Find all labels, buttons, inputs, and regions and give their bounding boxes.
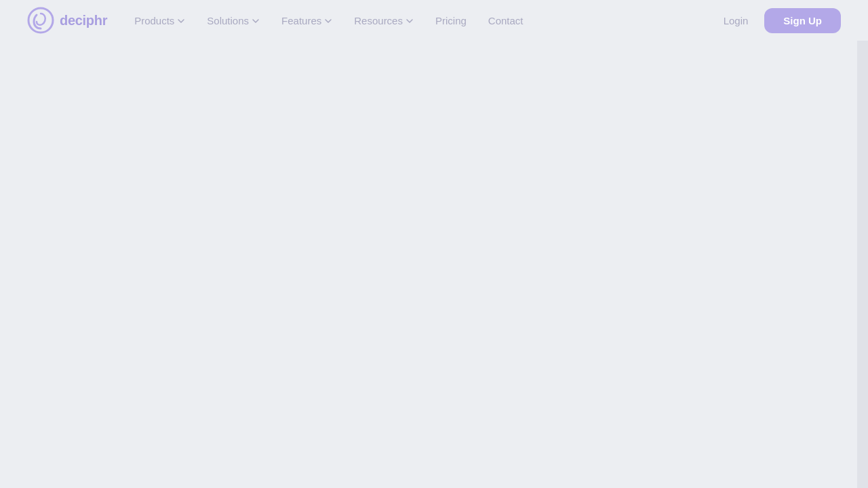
main-content [0,41,868,488]
scrollbar-track [857,0,868,488]
nav-label-features: Features [281,15,321,26]
nav-item-contact[interactable]: Contact [488,15,524,26]
deciphr-logo-icon [27,7,54,34]
chevron-down-icon [252,17,260,25]
chevron-down-icon [406,17,414,25]
navbar-right: Login Sign Up [724,8,841,33]
login-link[interactable]: Login [724,15,749,26]
nav-label-pricing: Pricing [435,15,467,26]
chevron-down-icon [324,17,332,25]
navbar-left: deciphr Products Solutions Features [27,7,524,34]
logo[interactable]: deciphr [27,7,107,34]
nav-links: Products Solutions Features [134,15,523,26]
logo-text: deciphr [60,13,107,28]
nav-label-contact: Contact [488,15,524,26]
navbar: deciphr Products Solutions Features [0,0,868,41]
nav-item-solutions[interactable]: Solutions [207,15,260,26]
nav-item-features[interactable]: Features [281,15,332,26]
nav-item-resources[interactable]: Resources [354,15,414,26]
nav-label-resources: Resources [354,15,403,26]
signup-button[interactable]: Sign Up [764,8,841,33]
nav-item-pricing[interactable]: Pricing [435,15,467,26]
nav-label-solutions: Solutions [207,15,249,26]
nav-item-products[interactable]: Products [134,15,185,26]
chevron-down-icon [177,17,185,25]
nav-label-products: Products [134,15,174,26]
